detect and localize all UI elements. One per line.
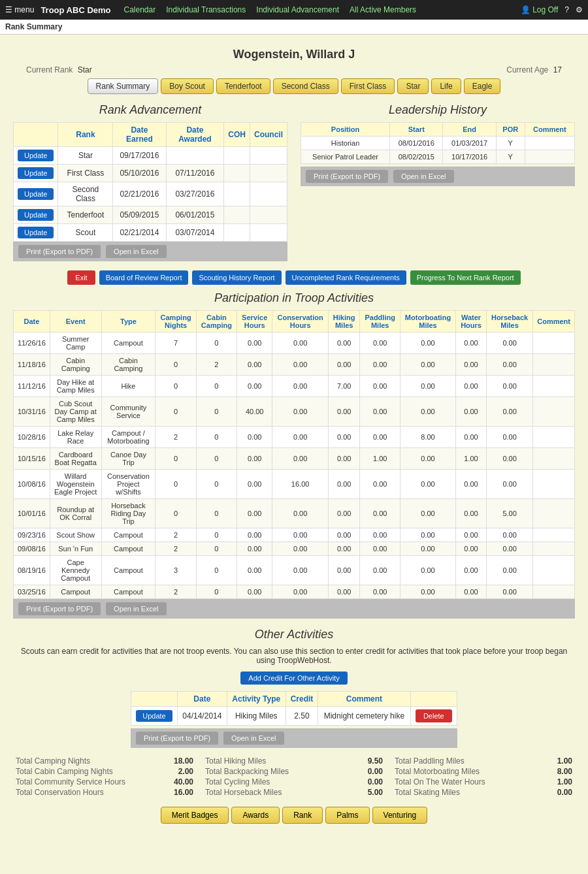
other-delete-btn[interactable]: Delete	[416, 709, 452, 722]
rank-col-coh: COH	[224, 123, 250, 147]
exit-button[interactable]: Exit	[67, 270, 95, 285]
rank-col-council: Council	[250, 123, 287, 147]
rank-update-btn[interactable]: Update	[18, 209, 54, 221]
nav-links: Calendar Individual Transactions Individ…	[124, 5, 521, 14]
other-activities-desc: Scouts can earn credit for activities th…	[13, 647, 575, 665]
p-col-comment: Comment	[533, 311, 575, 332]
p-col-motorboating: Motorboating Miles	[400, 311, 455, 332]
nav-individual-transactions[interactable]: Individual Transactions	[166, 5, 246, 14]
other-activities-print-btn[interactable]: Print (Export to PDF)	[136, 732, 218, 745]
main-content: Wogenstein, Willard J Current Rank Star …	[0, 35, 588, 833]
bottom-tab-rank[interactable]: Rank	[282, 807, 323, 824]
rank-advancement-title: Rank Advancement	[13, 103, 287, 117]
table-row: Update First Class 05/10/2016 07/11/2016	[14, 165, 287, 182]
participation-export-row: Print (Export to PDF) Open in Excel	[13, 599, 575, 619]
p-col-water: Water Hours	[456, 311, 487, 332]
rank-col-date-earned: Date Earned	[113, 123, 166, 147]
participation-print-btn[interactable]: Print (Export to PDF)	[18, 602, 101, 615]
tab-first-class[interactable]: First Class	[341, 78, 395, 94]
progress-btn[interactable]: Progress To Next Rank Report	[410, 270, 521, 285]
add-credit-btn[interactable]: Add Credit For Other Activity	[240, 672, 347, 685]
other-update-btn[interactable]: Update	[136, 710, 172, 722]
tab-second-class[interactable]: Second Class	[273, 78, 338, 94]
oa-col-type: Activity Type	[227, 692, 286, 707]
table-row: 11/12/16 Day Hike at Camp Miles Hike 0 0…	[14, 376, 575, 397]
tab-life[interactable]: Life	[431, 78, 461, 94]
current-age: Current Age 17	[506, 65, 562, 74]
tab-rank-summary[interactable]: Rank Summary	[88, 78, 159, 94]
board-of-review-btn[interactable]: Board of Review Report	[99, 270, 189, 285]
p-col-conservation: Conservation Hours	[272, 311, 329, 332]
oa-col-delete	[410, 692, 457, 707]
other-activities-export-row: Print (Export to PDF) Open in Excel	[131, 728, 457, 748]
rank-update-btn[interactable]: Update	[18, 188, 54, 200]
other-activities-table: Date Activity Type Credit Comment Update…	[131, 691, 457, 726]
rank-col-date-awarded: Date Awarded	[166, 123, 224, 147]
leadership-excel-btn[interactable]: Open in Excel	[393, 170, 453, 183]
table-row: 08/19/16 Cape Kennedy Campout Campout 3 …	[14, 556, 575, 585]
help-button[interactable]: ?	[564, 5, 569, 14]
p-col-horseback: Horseback Miles	[486, 311, 532, 332]
nav-calendar[interactable]: Calendar	[124, 5, 156, 14]
p-col-date: Date	[14, 311, 50, 332]
action-row: Exit Board of Review Report Scouting His…	[13, 270, 575, 285]
settings-button[interactable]: ⚙	[576, 5, 583, 14]
table-row: Update Tenderfoot 05/09/2015 06/01/2015	[14, 206, 287, 224]
other-activities-table-wrapper: Date Activity Type Credit Comment Update…	[131, 691, 457, 748]
participation-section: Participation in Troop Activities Date E…	[13, 291, 575, 619]
menu-button[interactable]: ☰ menu	[5, 5, 34, 14]
rank-excel-btn[interactable]: Open in Excel	[106, 245, 166, 258]
table-row: 10/08/16 Willard Wogenstein Eagle Projec…	[14, 470, 575, 499]
add-credit-row: Add Credit For Other Activity	[13, 672, 575, 685]
bottom-tab-palms[interactable]: Palms	[325, 807, 369, 824]
top-navigation: ☰ menu Troop ABC Demo Calendar Individua…	[0, 0, 588, 20]
rank-print-btn[interactable]: Print (Export to PDF)	[18, 245, 101, 258]
participation-title: Participation in Troop Activities	[13, 291, 575, 305]
tab-eagle[interactable]: Eagle	[464, 78, 501, 94]
other-activities-title: Other Activities	[13, 628, 575, 641]
participation-excel-btn[interactable]: Open in Excel	[106, 602, 166, 615]
total-water: Total Paddling Miles1.00 Total Motorboat…	[392, 756, 575, 798]
rank-update-btn[interactable]: Update	[18, 150, 54, 161]
participation-table: Date Event Type Camping Nights Cabin Cam…	[13, 310, 575, 599]
rank-update-btn[interactable]: Update	[18, 227, 54, 238]
rank-update-btn[interactable]: Update	[18, 167, 54, 179]
rank-export-row: Print (Export to PDF) Open in Excel	[13, 242, 287, 261]
p-col-type: Type	[101, 311, 155, 332]
table-row: 11/26/16 Summer Camp Campout 7 0 0.00 0.…	[14, 332, 575, 354]
table-row: Senior Patrol Leader 08/02/2015 10/17/20…	[301, 150, 575, 164]
bottom-tab-venturing[interactable]: Venturing	[372, 807, 428, 824]
bottom-tab-bar: Merit Badges Awards Rank Palms Venturing	[13, 807, 575, 824]
bottom-tab-merit-badges[interactable]: Merit Badges	[161, 807, 229, 824]
other-activities-excel-btn[interactable]: Open in Excel	[223, 732, 284, 745]
oa-col-comment: Comment	[318, 692, 410, 707]
p-col-event: Event	[50, 311, 101, 332]
tab-tenderfoot[interactable]: Tenderfoot	[216, 78, 270, 94]
nav-all-active-members[interactable]: All Active Members	[350, 5, 416, 14]
oa-col-update	[131, 692, 178, 707]
nav-individual-advancement[interactable]: Individual Advancement	[256, 5, 339, 14]
p-col-camping: Camping Nights	[155, 311, 196, 332]
tab-boy-scout[interactable]: Boy Scout	[161, 78, 214, 94]
app-title: Troop ABC Demo	[41, 5, 110, 15]
lh-col-end: End	[443, 123, 496, 137]
person-name: Wogenstein, Willard J	[13, 48, 575, 61]
leadership-history-table: Position Start End POR Comment Historian…	[301, 122, 575, 164]
bottom-tab-awards[interactable]: Awards	[231, 807, 280, 824]
uncompleted-btn[interactable]: Uncompleted Rank Requirements	[286, 270, 406, 285]
table-row: Update Star 09/17/2016	[14, 147, 287, 165]
logout-button[interactable]: 👤 Log Off	[521, 5, 558, 14]
table-row: Update Second Class 02/21/2016 03/27/201…	[14, 182, 287, 206]
leadership-print-btn[interactable]: Print (Export to PDF)	[306, 170, 388, 183]
leadership-history-section: Leadership History Position Start End PO…	[301, 103, 575, 261]
scouting-history-btn[interactable]: Scouting History Report	[192, 270, 281, 285]
table-row: Historian 08/01/2016 01/03/2017 Y	[301, 137, 575, 150]
table-row: 09/08/16 Sun 'n Fun Campout 2 0 0.00 0.0…	[14, 542, 575, 556]
rank-advancement-section: Rank Advancement Rank Date Earned Date A…	[13, 103, 287, 261]
top-sections: Rank Advancement Rank Date Earned Date A…	[13, 103, 575, 261]
right-actions: 👤 Log Off ? ⚙	[521, 5, 583, 14]
oa-col-date: Date	[178, 692, 227, 707]
tab-star[interactable]: Star	[397, 78, 429, 94]
lh-col-position: Position	[301, 123, 390, 137]
totals-section: Total Camping Nights18.00 Total Cabin Ca…	[13, 756, 575, 798]
